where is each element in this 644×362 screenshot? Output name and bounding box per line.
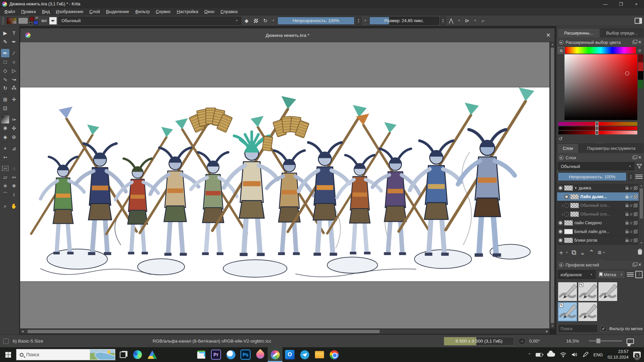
lock-docker-icon[interactable] (559, 156, 564, 160)
layer-list-scrollbar[interactable]: ▲ ▼ (639, 184, 643, 245)
tool-elliptical-select[interactable]: ◌ (10, 164, 18, 173)
taskbar-paint-drop-icon[interactable] (253, 347, 268, 362)
tool-ellipse[interactable]: ○ (10, 58, 18, 66)
layer-thumbnail[interactable] (570, 194, 579, 199)
layer-thumbnail[interactable] (570, 203, 579, 208)
menu-item[interactable]: Справка (217, 8, 240, 15)
tool-freehand-select[interactable]: ∾ (10, 173, 18, 181)
display-mode-icon[interactable] (627, 273, 634, 277)
taskbar-clipstudio-icon[interactable] (223, 347, 238, 362)
group-expand-icon[interactable]: ▼ (574, 186, 577, 190)
tool-polygon[interactable]: ◇ (1, 66, 9, 75)
float-docker-icon[interactable] (633, 156, 636, 159)
layer-visibility-icon[interactable] (558, 221, 563, 225)
tool-gradient[interactable] (1, 115, 9, 124)
layer-line-flattened[interactable]: ▼ лайн Сведено α (557, 219, 639, 227)
layer-visibility-icon[interactable] (558, 229, 563, 234)
menu-item[interactable]: Сервис (153, 8, 174, 15)
tool-freehand-path[interactable]: ↝ (10, 75, 18, 83)
brush-preset-airbrush[interactable] (558, 282, 577, 301)
layer-smoke-group[interactable]: ▼ дымка α (557, 184, 639, 192)
color-cursor[interactable] (625, 71, 629, 75)
tool-enclose-fill[interactable]: ⊚ (10, 133, 18, 141)
tab-tool-options[interactable]: Параметры инструмента (579, 143, 643, 153)
tool-similar-color-select[interactable]: ✵ (10, 182, 18, 190)
layer-line-smoke[interactable]: ▼ Лайн дымк... α (557, 192, 639, 201)
volume-icon[interactable] (571, 352, 578, 357)
move-layer-down-button[interactable]: ⌄ (580, 248, 585, 256)
layer-normal-2[interactable]: ▼ Обычный сло... α (557, 210, 639, 219)
taskbar-telegram-icon[interactable] (297, 347, 312, 362)
filter-layers-icon[interactable] (636, 162, 643, 170)
eraser-mode-icon[interactable]: ◆ (243, 17, 251, 25)
vertical-scrollbar[interactable]: ▲ ▼ (550, 42, 555, 328)
clock[interactable]: 23:57 02.10.2024 (607, 349, 629, 360)
delete-layer-button[interactable] (637, 249, 643, 256)
tab-layers[interactable]: Слои (557, 143, 579, 153)
swap-colors-icon[interactable]: ⇄ (35, 16, 38, 19)
tool-polygonal-select[interactable]: ▱ (1, 173, 9, 181)
layer-lock-icon[interactable] (626, 187, 629, 190)
layer-visibility-icon[interactable] (564, 194, 569, 199)
layer-thumbnail[interactable] (570, 212, 579, 217)
layer-lock-icon[interactable] (626, 214, 629, 216)
inherit-alpha-icon[interactable] (634, 238, 638, 242)
layer-properties-button[interactable]: ≡ (598, 249, 602, 256)
preserve-alpha-icon[interactable] (252, 17, 260, 25)
battery-icon[interactable] (536, 353, 542, 357)
move-layer-up-button[interactable]: ⌃ (589, 248, 594, 256)
tool-button[interactable] (1, 199, 9, 201)
toolbar-grip[interactable] (2, 17, 4, 24)
inherit-alpha-icon[interactable] (634, 212, 638, 216)
taskbar-premiere-icon[interactable]: Pr (209, 347, 223, 362)
layer-blend-mode-dropdown[interactable]: Обычный ▼ (558, 162, 634, 170)
tool-freehand-brush[interactable]: ✏ (1, 49, 9, 57)
tool-button[interactable] (1, 46, 9, 49)
lock-docker-icon[interactable] (559, 263, 564, 267)
brush-preset-bristle[interactable] (578, 302, 597, 321)
workspace-chooser-icon[interactable] (635, 18, 642, 24)
layer-thumbnail[interactable] (564, 238, 573, 243)
taskbar-edge-icon[interactable] (130, 347, 145, 362)
gradient-chooser[interactable] (7, 17, 17, 24)
scroll-left-icon[interactable]: ◀ (20, 329, 25, 334)
menu-item[interactable]: Правка (18, 8, 39, 15)
scroll-up-icon[interactable]: ▲ (550, 42, 555, 47)
tool-edit-shapes[interactable]: ✎ (1, 38, 9, 46)
filter-by-tag-checkbox[interactable]: ✓ (601, 326, 606, 331)
opacity-slider[interactable]: Непрозрачность: 100% (277, 17, 355, 25)
alpha-lock-icon[interactable]: α (630, 186, 632, 190)
float-docker-icon[interactable] (633, 41, 636, 44)
tool-pan[interactable]: ✋ (10, 202, 18, 210)
tool-transform[interactable]: ⊞ (1, 95, 9, 104)
taskbar-photoshop-icon[interactable]: Ps (238, 347, 253, 362)
layer-lock-icon[interactable] (626, 205, 629, 207)
layer-thumbnail[interactable] (564, 229, 573, 234)
canvas-viewport[interactable] (20, 42, 549, 328)
foreground-background-colors[interactable]: ⇄ (30, 17, 38, 25)
tool-button[interactable] (1, 93, 9, 95)
brush-preset-ink-pen-white[interactable] (598, 282, 618, 301)
canvas[interactable] (20, 87, 549, 281)
tool-crop[interactable]: ⊡ (1, 104, 9, 112)
colorspace-label[interactable]: RGB/альфа-канал (8-бит/канал) sRGB-elle-… (153, 339, 271, 344)
tool-rectangle[interactable]: □ (1, 58, 9, 66)
layer-opacity-spinner[interactable]: ▲▼ (628, 173, 634, 181)
saturation-value-square[interactable] (565, 54, 637, 120)
brush-editor-icon[interactable]: ≋≡ (40, 17, 48, 25)
layer-lock-icon[interactable] (626, 240, 629, 242)
language-indicator[interactable]: ENG (593, 352, 603, 357)
layer-opacity-slider[interactable]: Непрозрачность: 100% (558, 172, 627, 181)
tool-rectangular-select[interactable]: ▭ (1, 164, 9, 173)
maximize-button[interactable]: ❐ (613, 0, 629, 8)
menu-item[interactable]: Настройка (174, 8, 201, 15)
fit-to-screen-icon[interactable] (627, 339, 634, 344)
inherit-alpha-icon[interactable] (634, 195, 638, 199)
close-docker-icon[interactable]: × (638, 40, 641, 45)
pen-icon[interactable] (583, 352, 589, 357)
pattern-chooser[interactable] (18, 17, 28, 24)
selection-mode-icon[interactable] (3, 339, 9, 344)
alpha-lock-icon[interactable]: α (630, 203, 632, 208)
add-layer-button[interactable]: ＋ (558, 248, 565, 257)
chevron-down-icon[interactable]: ▼ (457, 19, 462, 22)
